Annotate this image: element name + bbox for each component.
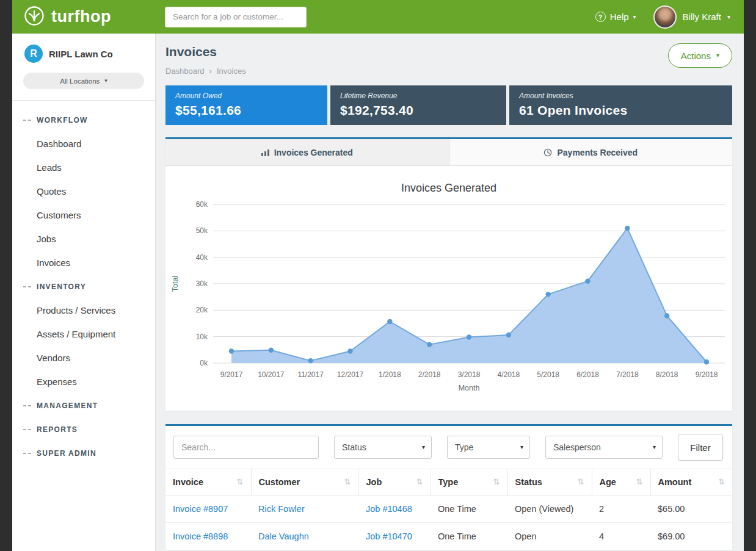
nav-section-label: INVENTORY xyxy=(37,283,86,291)
cell-type: One Time xyxy=(431,495,507,523)
nav-section-super-admin[interactable]: SUPER ADMIN xyxy=(12,441,155,465)
column-header-type[interactable]: ⇅Type xyxy=(431,469,507,495)
sidebar-item-expenses[interactable]: Expenses xyxy=(12,370,155,394)
svg-text:30k: 30k xyxy=(196,279,208,288)
filter-button[interactable]: Filter xyxy=(678,434,723,461)
column-header-status[interactable]: ⇅Status xyxy=(507,469,592,495)
type-select[interactable]: Type ▾ xyxy=(447,436,530,459)
cell-job: Job #10470 xyxy=(358,523,431,550)
user-menu[interactable]: Billy Kraft ▾ xyxy=(653,5,730,29)
chevron-down-icon: ▾ xyxy=(727,14,730,20)
nav-section-workflow[interactable]: WORKFLOW xyxy=(12,108,155,132)
sidebar-item-products-services[interactable]: Products / Services xyxy=(12,298,155,322)
nav-section-reports[interactable]: REPORTS xyxy=(12,417,155,441)
sidebar-item-invoices[interactable]: Invoices xyxy=(12,251,155,275)
sidebar-item-leads[interactable]: Leads xyxy=(12,156,155,179)
svg-text:6/2018: 6/2018 xyxy=(576,370,599,379)
nav-section-inventory[interactable]: INVENTORY xyxy=(12,275,155,298)
invoice-link[interactable]: Invoice #8898 xyxy=(173,531,228,541)
table-header-row: ⇅Invoice⇅Customer⇅Job⇅Type⇅Status⇅Age⇅Am… xyxy=(165,469,732,495)
column-label: Job xyxy=(366,477,382,487)
job-link[interactable]: Job #10468 xyxy=(366,504,412,514)
tab-payments-received[interactable]: Payments Received xyxy=(449,139,733,165)
chart-body: Invoices Generated 0k10k20k30k40k50k60k9… xyxy=(165,166,732,411)
actions-button[interactable]: Actions ▾ xyxy=(668,43,732,68)
svg-text:2/2018: 2/2018 xyxy=(418,370,441,379)
svg-text:Month: Month xyxy=(459,384,480,392)
svg-text:50k: 50k xyxy=(196,226,208,235)
customer-link[interactable]: Dale Vaughn xyxy=(258,531,309,541)
sort-icon: ⇅ xyxy=(344,477,351,486)
column-header-amount[interactable]: ⇅Amount xyxy=(650,469,732,495)
topbar: turfhop ? Help ▾ Billy Kraft ▾ xyxy=(12,0,744,34)
page-header: Invoices Dashboard › Invoices Actions ▾ xyxy=(165,43,732,76)
stat-value: $55,161.66 xyxy=(175,103,318,118)
status-select[interactable]: Status ▾ xyxy=(334,436,432,459)
sidebar-item-assets-equipment[interactable]: Assets / Equipment xyxy=(12,322,155,346)
help-menu[interactable]: ? Help ▾ xyxy=(595,12,636,22)
cell-job: Job #10468 xyxy=(358,495,431,523)
column-label: Invoice xyxy=(173,477,203,487)
cell-customer: Rick Fowler xyxy=(251,495,358,523)
sort-icon: ⇅ xyxy=(578,477,584,486)
sidebar-item-customers[interactable]: Customers xyxy=(12,203,155,227)
stat-label: Amount Owed xyxy=(175,92,318,100)
cell-age: 2 xyxy=(592,495,650,523)
chart-svg: 0k10k20k30k40k50k60k9/201710/201711/2017… xyxy=(168,197,730,400)
sidebar-item-vendors[interactable]: Vendors xyxy=(12,346,155,370)
locations-dropdown[interactable]: All Locations ▾ xyxy=(23,73,144,89)
global-search-input[interactable] xyxy=(165,7,307,27)
filter-bar: Status ▾ Type ▾ Salesperson ▾ Filter xyxy=(165,426,732,469)
nav-section-management[interactable]: MANAGEMENT xyxy=(12,394,155,417)
sidebar-item-dashboard[interactable]: Dashboard xyxy=(12,132,155,156)
nav-section-label: REPORTS xyxy=(37,425,78,434)
breadcrumb-dashboard[interactable]: Dashboard xyxy=(165,67,205,76)
chevron-down-icon: ▾ xyxy=(633,14,636,20)
column-header-age[interactable]: ⇅Age xyxy=(592,469,650,495)
column-header-job[interactable]: ⇅Job xyxy=(358,469,431,495)
salesperson-select[interactable]: Salesperson ▾ xyxy=(545,436,663,459)
job-link[interactable]: Job #10470 xyxy=(366,531,412,541)
invoices-chart: 0k10k20k30k40k50k60k9/201710/201711/2017… xyxy=(168,197,730,402)
stat-amount-owed: Amount Owed $55,161.66 xyxy=(165,85,327,125)
sort-icon: ⇅ xyxy=(718,477,725,486)
stat-label: Amount Invoices xyxy=(519,92,722,100)
avatar xyxy=(653,5,677,29)
cell-customer: Dale Vaughn xyxy=(251,523,358,550)
column-label: Status xyxy=(515,477,542,487)
sort-icon: ⇅ xyxy=(237,477,244,486)
sidebar-item-quotes[interactable]: Quotes xyxy=(12,179,155,203)
tree-branch-icon xyxy=(23,286,31,287)
bar-chart-icon xyxy=(261,149,269,156)
svg-text:0k: 0k xyxy=(200,359,208,367)
cell-invoice: Invoice #8907 xyxy=(165,495,251,523)
cell-invoice: Invoice #8898 xyxy=(165,523,251,550)
breadcrumb-invoices: Invoices xyxy=(217,67,246,76)
tab-label: Payments Received xyxy=(557,148,638,157)
tab-invoices-generated[interactable]: Invoices Generated xyxy=(165,139,449,165)
column-header-invoice[interactable]: ⇅Invoice xyxy=(165,469,251,495)
invoice-link[interactable]: Invoice #8907 xyxy=(173,504,228,514)
table-search-input[interactable] xyxy=(173,436,319,459)
brand-logo[interactable]: turfhop xyxy=(23,5,154,29)
sidebar: R RIIPL Lawn Co All Locations ▾ WORKFLOW… xyxy=(12,34,156,551)
chevron-down-icon: ▾ xyxy=(520,444,523,450)
column-header-customer[interactable]: ⇅Customer xyxy=(251,469,358,495)
stat-lifetime-revenue: Lifetime Revenue $192,753.40 xyxy=(330,85,506,125)
help-label: Help xyxy=(610,12,629,22)
main-content: Invoices Dashboard › Invoices Actions ▾ … xyxy=(156,34,744,551)
invoices-table: ⇅Invoice⇅Customer⇅Job⇅Type⇅Status⇅Age⇅Am… xyxy=(165,469,732,550)
svg-text:Total: Total xyxy=(171,276,180,292)
svg-text:7/2018: 7/2018 xyxy=(616,370,639,379)
column-label: Customer xyxy=(259,477,300,487)
chevron-down-icon: ▾ xyxy=(653,444,656,450)
turfhop-logo-icon xyxy=(23,5,45,29)
sidebar-item-jobs[interactable]: Jobs xyxy=(12,227,155,251)
customer-link[interactable]: Rick Fowler xyxy=(258,504,305,514)
help-icon: ? xyxy=(595,12,606,22)
cell-type: One Time xyxy=(431,523,507,550)
chart-tabs: Invoices Generated Payments Received xyxy=(165,139,732,166)
chevron-down-icon: ▾ xyxy=(104,78,107,84)
nav-section-label: MANAGEMENT xyxy=(37,402,98,410)
svg-text:40k: 40k xyxy=(196,253,208,262)
